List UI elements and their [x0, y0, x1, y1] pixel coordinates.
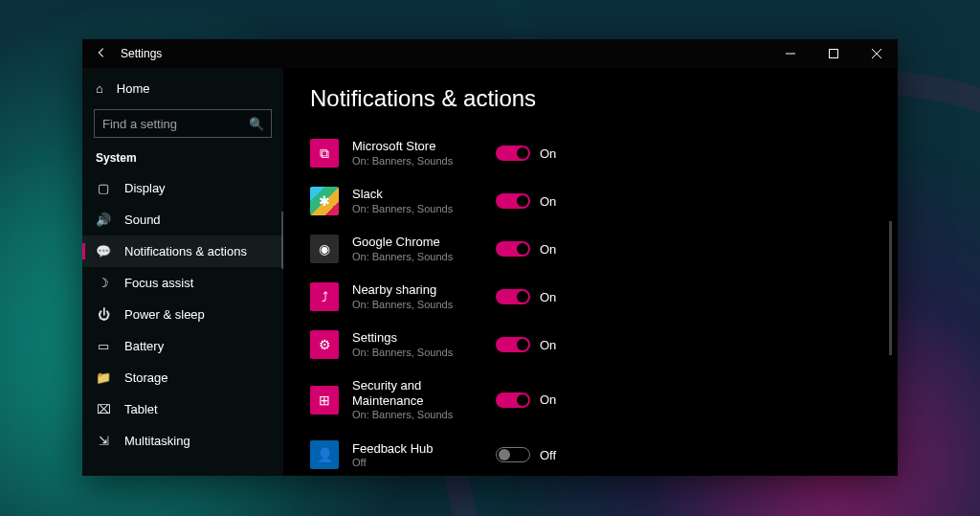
- toggle-chrome[interactable]: [496, 241, 530, 257]
- app-name: Security and Maintenance: [352, 378, 496, 408]
- sidebar-item-multitasking[interactable]: ⇲Multitasking: [82, 425, 283, 457]
- sidebar-item-focus-assist[interactable]: ☽Focus assist: [82, 267, 283, 299]
- search-icon: 🔍: [249, 117, 264, 131]
- security-icon: ⊞: [310, 386, 339, 415]
- feedback-icon: 👤: [310, 440, 339, 469]
- app-name: Settings: [352, 330, 496, 346]
- toggle-label: On: [540, 242, 556, 257]
- toggle-label: On: [540, 393, 556, 407]
- slack-icon: ✱: [310, 187, 339, 215]
- sidebar-item-battery[interactable]: ▭Battery: [82, 330, 283, 362]
- nav-icon: ▭: [96, 339, 111, 353]
- sidebar-home[interactable]: ⌂ Home: [82, 74, 283, 103]
- toggle-slack[interactable]: [496, 193, 530, 209]
- app-name: Google Chrome: [352, 235, 496, 250]
- scrollbar[interactable]: [889, 221, 892, 355]
- sidebar-item-label: Tablet: [124, 402, 158, 416]
- app-subtext: On: Banners, Sounds: [352, 202, 496, 215]
- maximize-button[interactable]: [812, 39, 855, 68]
- sidebar-item-tablet[interactable]: ⌧Tablet: [82, 393, 283, 425]
- toggle-label: On: [540, 146, 556, 161]
- nav-icon: 🔊: [96, 213, 111, 227]
- sidebar-item-notifications-actions[interactable]: 💬Notifications & actions: [82, 236, 283, 267]
- app-list: ⧉Microsoft StoreOn: Banners, SoundsOn✱Sl…: [310, 129, 898, 476]
- window-title: Settings: [121, 47, 162, 60]
- toggle-label: Off: [540, 448, 556, 462]
- sidebar-item-label: Notifications & actions: [124, 244, 247, 258]
- chrome-icon: ◉: [310, 235, 339, 263]
- app-name: Feedback Hub: [352, 441, 496, 457]
- app-name: Nearby sharing: [352, 282, 496, 298]
- titlebar: Settings: [82, 39, 898, 68]
- sidebar-item-label: Storage: [124, 370, 168, 385]
- sidebar-item-label: Display: [124, 181, 166, 195]
- sidebar-item-display[interactable]: ▢Display: [82, 172, 283, 204]
- back-button[interactable]: [82, 46, 121, 62]
- nav-icon: ⌧: [96, 402, 111, 416]
- settings-window: Settings ⌂ Home 🔍 System ▢Display🔊S: [82, 39, 898, 476]
- nav-icon: ☽: [96, 276, 111, 290]
- app-name: Slack: [352, 187, 496, 202]
- toggle-nearby[interactable]: [496, 289, 530, 304]
- toggle-feedback[interactable]: [496, 447, 530, 462]
- nav-icon: 💬: [96, 244, 111, 258]
- home-label: Home: [117, 81, 150, 96]
- sidebar-item-storage[interactable]: 📁Storage: [82, 362, 283, 393]
- app-row-nearby[interactable]: ⤴Nearby sharingOn: Banners, SoundsOn: [310, 273, 898, 321]
- toggle-store[interactable]: [496, 146, 530, 161]
- store-icon: ⧉: [310, 139, 339, 168]
- toggle-label: On: [540, 338, 556, 352]
- app-subtext: Off: [352, 456, 496, 469]
- nav-icon: ▢: [96, 181, 111, 195]
- toggle-security[interactable]: [496, 393, 530, 408]
- svg-rect-1: [829, 50, 837, 58]
- sidebar-item-label: Sound: [124, 213, 161, 227]
- app-subtext: On: Banners, Sounds: [352, 408, 496, 421]
- app-row-security[interactable]: ⊞Security and MaintenanceOn: Banners, So…: [310, 369, 898, 431]
- app-row-settings[interactable]: ⚙SettingsOn: Banners, SoundsOn: [310, 321, 898, 369]
- page-title: Notifications & actions: [310, 85, 898, 112]
- sidebar-item-power-sleep[interactable]: ⏻Power & sleep: [82, 299, 283, 330]
- search-input[interactable]: [94, 109, 272, 138]
- home-icon: ⌂: [96, 81, 103, 96]
- nav-icon: ⏻: [96, 307, 111, 322]
- app-row-feedback[interactable]: 👤Feedback HubOffOff: [310, 431, 898, 476]
- nav-icon: ⇲: [96, 434, 111, 448]
- app-subtext: On: Banners, Sounds: [352, 298, 496, 311]
- nearby-icon: ⤴: [310, 282, 339, 311]
- app-row-store[interactable]: ⧉Microsoft StoreOn: Banners, SoundsOn: [310, 129, 898, 177]
- nav-icon: 📁: [96, 370, 111, 385]
- app-subtext: On: Banners, Sounds: [352, 346, 496, 359]
- app-subtext: On: Banners, Sounds: [352, 154, 496, 168]
- app-row-slack[interactable]: ✱SlackOn: Banners, SoundsOn: [310, 177, 898, 225]
- sidebar-nav: ▢Display🔊Sound💬Notifications & actions☽F…: [82, 172, 283, 476]
- sidebar-item-label: Battery: [124, 339, 164, 353]
- content-pane: Notifications & actions ⧉Microsoft Store…: [283, 68, 898, 476]
- minimize-button[interactable]: [768, 39, 812, 68]
- close-button[interactable]: [855, 39, 898, 68]
- toggle-label: On: [540, 290, 556, 304]
- sidebar-item-sound[interactable]: 🔊Sound: [82, 204, 283, 236]
- app-name: Microsoft Store: [352, 139, 496, 154]
- sidebar-item-label: Power & sleep: [124, 307, 205, 322]
- sidebar-item-label: Focus assist: [124, 276, 193, 290]
- app-subtext: On: Banners, Sounds: [352, 250, 496, 263]
- app-row-chrome[interactable]: ◉Google ChromeOn: Banners, SoundsOn: [310, 225, 898, 273]
- toggle-label: On: [540, 194, 556, 209]
- sidebar-item-label: Multitasking: [124, 434, 190, 448]
- toggle-settings[interactable]: [496, 337, 530, 352]
- sidebar: ⌂ Home 🔍 System ▢Display🔊Sound💬Notificat…: [82, 68, 283, 476]
- sidebar-section-label: System: [82, 147, 283, 172]
- settings-icon: ⚙: [310, 330, 339, 359]
